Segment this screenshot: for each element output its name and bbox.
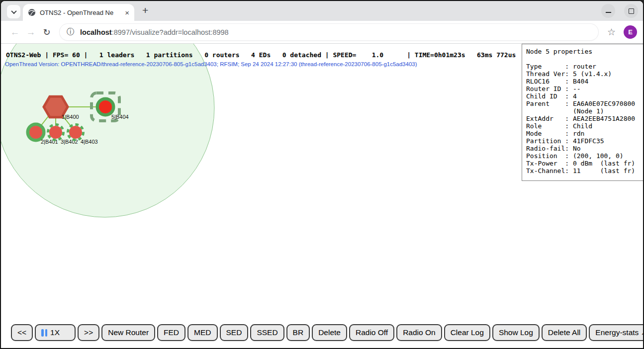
button-label: Show Log bbox=[499, 328, 533, 337]
button-label: >> bbox=[84, 328, 93, 337]
reload-button[interactable]: ↻ bbox=[39, 27, 55, 38]
button-label: Delete bbox=[318, 328, 341, 337]
openthread-version-text: OpenThread Version: OPENTHREAD/thread-re… bbox=[5, 61, 417, 67]
url-path: :8997/visualize?addr=localhost:8998 bbox=[112, 28, 229, 36]
forward-button[interactable]: → bbox=[23, 27, 39, 38]
button-label: SSED bbox=[257, 328, 277, 337]
speed-up-button[interactable]: >> bbox=[78, 324, 99, 341]
tab-title: OTNS2 - OpenThread Ne bbox=[40, 9, 122, 16]
button-label: FED bbox=[164, 328, 179, 337]
clear-log-button[interactable]: Clear Log bbox=[444, 324, 490, 341]
node-properties-rows: Type : router Thread Ver: 5 (v1.4.x) RLO… bbox=[526, 63, 639, 174]
button-label: BR bbox=[293, 328, 304, 337]
url-host: localhost bbox=[80, 28, 112, 36]
tab-search-button[interactable] bbox=[7, 5, 20, 18]
maximize-icon bbox=[629, 8, 634, 14]
radio-on-button[interactable]: Radio On bbox=[396, 324, 442, 341]
fed-button[interactable]: FED bbox=[157, 324, 185, 341]
pause-speed-button[interactable]: 1X bbox=[35, 324, 76, 341]
radio-off-button[interactable]: Radio Off bbox=[349, 324, 394, 341]
button-label: Delete All bbox=[548, 328, 580, 337]
br-button[interactable]: BR bbox=[286, 324, 310, 341]
node-properties-panel: Node 5 properties Type : router Thread V… bbox=[522, 44, 643, 181]
pause-icon bbox=[41, 329, 47, 337]
simulation-status-bar: OTNS2-Web | FPS= 60 | 1 leaders 1 partit… bbox=[6, 51, 516, 59]
tab-close-icon[interactable]: × bbox=[125, 9, 129, 16]
node-properties-title: Node 5 properties bbox=[526, 48, 639, 55]
button-label: << bbox=[17, 328, 26, 337]
node-label: 4|B403 bbox=[81, 139, 98, 145]
speed-down-button[interactable]: << bbox=[11, 324, 33, 341]
button-label: Energy-stats ↗ bbox=[595, 328, 643, 337]
minimize-button[interactable] bbox=[601, 4, 615, 18]
delete-button[interactable]: Delete bbox=[312, 324, 347, 341]
delete-all-button[interactable]: Delete All bbox=[542, 324, 587, 341]
browser-tab[interactable]: OTNS2 - OpenThread Ne × bbox=[23, 4, 134, 21]
page-content: 1|B4005|B4042|B4013|B4024|B403 OTNS2-Web… bbox=[1, 44, 643, 348]
browser-window: OTNS2 - OpenThread Ne × + ← → ↻ ⓘ localh… bbox=[0, 0, 644, 349]
button-label: Radio Off bbox=[356, 328, 388, 337]
node-label: 1|B400 bbox=[62, 114, 79, 120]
browser-toolbar: ← → ↻ ⓘ localhost:8997/visualize?addr=lo… bbox=[1, 21, 643, 44]
url-text: localhost:8997/visualize?addr=localhost:… bbox=[80, 28, 229, 36]
med-button[interactable]: MED bbox=[187, 324, 217, 341]
node-label: 5|B404 bbox=[111, 114, 129, 120]
button-label: Clear Log bbox=[451, 328, 484, 337]
maximize-button[interactable] bbox=[624, 4, 638, 18]
chevron-down-icon bbox=[11, 8, 16, 13]
new-router-button[interactable]: New Router bbox=[101, 324, 155, 341]
ssed-button[interactable]: SSED bbox=[250, 324, 284, 341]
node-body bbox=[29, 126, 42, 139]
button-label: 1X bbox=[50, 328, 60, 337]
site-info-icon[interactable]: ⓘ bbox=[67, 27, 75, 37]
new-tab-button[interactable]: + bbox=[142, 4, 148, 16]
profile-avatar[interactable]: E bbox=[624, 25, 637, 39]
sed-button[interactable]: SED bbox=[220, 324, 249, 341]
node-body bbox=[99, 100, 112, 113]
show-log-button[interactable]: Show Log bbox=[492, 324, 540, 341]
button-label: MED bbox=[194, 328, 211, 337]
node-body bbox=[49, 126, 62, 139]
back-button[interactable]: ← bbox=[7, 27, 23, 38]
button-label: SED bbox=[226, 328, 242, 337]
tab-strip: OTNS2 - OpenThread Ne × + bbox=[1, 1, 643, 21]
energy-stats-button[interactable]: Energy-stats ↗ bbox=[589, 324, 643, 341]
network-canvas[interactable]: 1|B4005|B4042|B4013|B4024|B403 bbox=[1, 44, 523, 348]
globe-favicon-icon bbox=[28, 8, 36, 16]
window-controls bbox=[601, 4, 638, 18]
button-label: Radio On bbox=[403, 328, 435, 337]
button-label: New Router bbox=[108, 328, 149, 337]
node-body bbox=[69, 126, 82, 139]
minimize-icon bbox=[606, 12, 611, 13]
bookmark-star-icon[interactable]: ☆ bbox=[607, 26, 616, 38]
address-bar[interactable]: ⓘ localhost:8997/visualize?addr=localhos… bbox=[60, 24, 598, 40]
simulation-toolbar: <<1X>>New RouterFEDMEDSEDSSEDBRDeleteRad… bbox=[11, 324, 643, 341]
